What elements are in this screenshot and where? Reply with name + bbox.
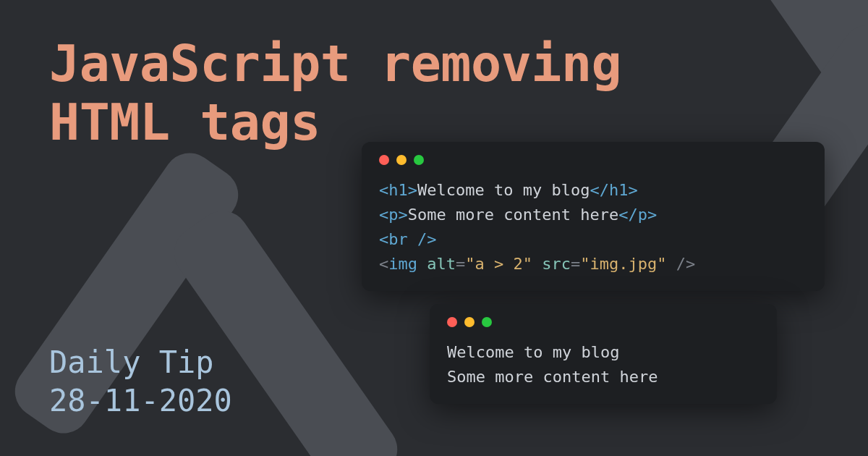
code-space xyxy=(532,255,542,273)
code-tag: <h1> xyxy=(379,181,417,199)
minimize-icon xyxy=(464,317,475,327)
code-space xyxy=(417,255,427,273)
window-traffic-lights xyxy=(447,317,760,327)
close-icon xyxy=(379,155,389,165)
code-tag: <p> xyxy=(379,206,408,224)
subtitle-line1: Daily Tip xyxy=(49,345,214,380)
code-tag: </h1> xyxy=(590,181,637,199)
code-string: "img.jpg" xyxy=(580,255,666,273)
code-attr: alt xyxy=(427,255,456,273)
page-title: JavaScript removing HTML tags xyxy=(49,35,621,151)
code-tag: </p> xyxy=(618,206,657,224)
code-eq: = xyxy=(456,255,465,273)
maximize-icon xyxy=(414,155,424,165)
code-attr: src xyxy=(542,255,571,273)
code-block-input: <h1>Welcome to my blog</h1> <p>Some more… xyxy=(379,178,807,276)
subtitle-line2: 28-11-2020 xyxy=(49,383,232,418)
code-bracket: /> xyxy=(666,255,695,273)
code-tag: <br /> xyxy=(379,230,436,248)
title-line2: HTML tags xyxy=(49,93,320,152)
code-bracket: < xyxy=(379,255,388,273)
code-block-output: Welcome to my blog Some more content her… xyxy=(447,340,760,389)
code-window-output: Welcome to my blog Some more content her… xyxy=(430,304,777,404)
subtitle: Daily Tip 28-11-2020 xyxy=(49,344,232,420)
minimize-icon xyxy=(396,155,407,165)
code-text: Welcome to my blog xyxy=(417,181,590,199)
code-eq: = xyxy=(571,255,580,273)
code-string: "a > 2" xyxy=(465,255,532,273)
maximize-icon xyxy=(482,317,492,327)
window-traffic-lights xyxy=(379,155,807,165)
output-line: Welcome to my blog xyxy=(447,343,619,361)
title-line1: JavaScript removing xyxy=(49,34,621,93)
close-icon xyxy=(447,317,457,327)
output-line: Some more content here xyxy=(447,368,658,386)
code-tag: img xyxy=(388,255,417,273)
code-window-input: <h1>Welcome to my blog</h1> <p>Some more… xyxy=(362,142,825,291)
code-text: Some more content here xyxy=(408,206,618,224)
